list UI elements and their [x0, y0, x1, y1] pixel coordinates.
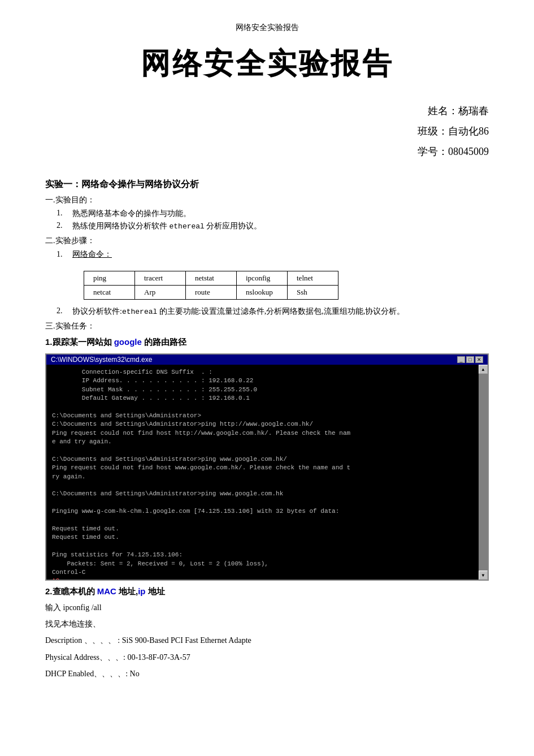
mac-line1: 输入 ipconfig /all [45, 601, 489, 615]
cmd-netstat: netstat [186, 271, 237, 286]
task2-num: 2. [57, 306, 68, 317]
author-class: 班级：自动化86 [45, 121, 489, 141]
cmd-title-text: C:\WINDOWS\system32\cmd.exe [51, 356, 152, 364]
table-row: netcat Arp route nslookup Ssh [84, 286, 338, 300]
task1-num: 1. [57, 250, 68, 259]
mac-task-title: 2.查瞧本机的 MAC 地址,ip 地址 [45, 586, 489, 597]
cmd-body: Connection-specific DNS Suffix . : IP Ad… [46, 365, 488, 580]
traceroute-task: 1.跟踪某一网站如 google 的路由路径 C:\WINDOWS\system… [45, 337, 489, 581]
author-name: 姓名：杨瑞春 [45, 101, 489, 121]
cmd-controls: _ □ ✕ [457, 356, 483, 363]
section1: 一.实验目的： 1. 熟悉网络基本命令的操作与功能。 2. 熟练使用网络协议分析… [45, 195, 489, 231]
page-header-small: 网络安全实验报告 [45, 23, 489, 33]
mac-line2: 找见本地连接、 [45, 617, 489, 631]
traceroute-title: 1.跟踪某一网站如 google 的路由路径 [45, 337, 489, 348]
cmd-ping: ping [84, 271, 135, 286]
scroll-track [479, 374, 488, 571]
author-info: 姓名：杨瑞春 班级：自动化86 学号：08045009 [45, 101, 489, 162]
task2: 2. 协议分析软件:ethereal 的主要功能:设置流量过滤条件,分析网络数据… [57, 306, 489, 317]
scroll-down-button[interactable]: ▼ [479, 571, 488, 580]
section1-item1: 1. 熟悉网络基本命令的操作与功能。 [57, 209, 489, 219]
cmd-ipconfig: ipconfig [237, 271, 288, 286]
author-id: 学号：08045009 [45, 141, 489, 162]
section2: 二.实验步骤： 1. 网络命令： ping tracert netstat ip… [45, 236, 489, 317]
cmd-telnet: telnet [288, 271, 338, 286]
task2-text: 协议分析软件:ethereal 的主要功能:设置流量过滤条件,分析网络数据包,流… [72, 306, 405, 317]
scrollbar[interactable]: ▲ ▼ [479, 365, 488, 580]
section1-item2: 2. 熟练使用网络协议分析软件 ethereal 分析应用协议。 [57, 221, 489, 231]
table-row: ping tracert netstat ipconfig telnet [84, 271, 338, 286]
section3: 三.实验任务： 1.跟踪某一网站如 google 的路由路径 C:\WINDOW… [45, 321, 489, 681]
description-line: Description 、、、、 : SiS 900-Based PCI Fas… [45, 633, 489, 647]
list-num-1: 1. [57, 209, 68, 219]
section3-title: 三.实验任务： [45, 321, 489, 331]
dhcp-line: DHCP Enabled、、、、: No [45, 667, 489, 681]
cmd-route: route [186, 286, 237, 300]
task1-title: 网络命令： [72, 249, 112, 260]
mac-task: 2.查瞧本机的 MAC 地址,ip 地址 输入 ipconfig /all 找见… [45, 586, 489, 681]
cmd-window: C:\WINDOWS\system32\cmd.exe _ □ ✕ Connec… [45, 353, 489, 581]
section2-title: 二.实验步骤： [45, 236, 489, 246]
scroll-up-button[interactable]: ▲ [479, 365, 488, 374]
cmd-netcat: netcat [84, 286, 135, 300]
cmd-titlebar: C:\WINDOWS\system32\cmd.exe _ □ ✕ [46, 355, 488, 365]
cmd-ssh: Ssh [288, 286, 338, 300]
cmd-nslookup: nslookup [237, 286, 288, 300]
task1: 1. 网络命令： ping tracert netstat ipconfig t… [57, 249, 489, 304]
minimize-button[interactable]: _ [457, 356, 465, 363]
network-commands-table: ping tracert netstat ipconfig telnet net… [84, 271, 338, 300]
close-button[interactable]: ✕ [475, 356, 483, 363]
section1-title: 一.实验目的： [45, 195, 489, 205]
cmd-arp: Arp [135, 286, 186, 300]
list-num-2: 2. [57, 221, 68, 231]
experiment1-title: 实验一：网络命令操作与网络协议分析 [45, 179, 489, 191]
main-title: 网络安全实验报告 [45, 44, 489, 84]
restore-button[interactable]: □ [466, 356, 474, 363]
physical-address-line: Physical Address、、、: 00-13-8F-07-3A-57 [45, 650, 489, 664]
cmd-tracert: tracert [135, 271, 186, 286]
